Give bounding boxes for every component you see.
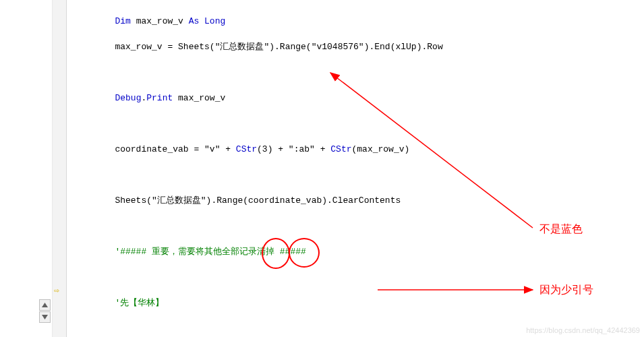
code-text: max_row_v = Sheets("汇总数据盘").Range("v1048… [73, 42, 443, 52]
keyword-print: Print [146, 93, 173, 103]
code-text: (3) + ":ab" + [257, 144, 330, 154]
scroll-down-button[interactable] [39, 311, 51, 323]
code-text: max_row_v [173, 93, 225, 103]
code-text [73, 16, 115, 26]
scroll-up-button[interactable] [39, 299, 51, 311]
project-explorer-edge [0, 0, 53, 337]
svg-marker-0 [42, 303, 48, 307]
code-text [73, 93, 115, 103]
blank-line [73, 322, 626, 335]
blank-line [73, 168, 626, 181]
comment: '##### 重要，需要将其他全部记录清掉 ##### [73, 247, 306, 257]
blank-line [73, 271, 626, 284]
keyword-debug: Debug [115, 93, 141, 103]
code-text: (max_row_v) [352, 144, 410, 154]
blank-line [73, 66, 626, 79]
code-text: coordinate_vab = "v" + [73, 144, 236, 154]
code-text: Sheets("汇总数据盘").Range(coordinate_vab).Cl… [73, 195, 401, 206]
comment: '先【华林】 [73, 298, 164, 308]
editor-frame: ⇨ Dim max_row_v As Long max_row_v = Shee… [0, 0, 644, 337]
svg-marker-1 [42, 315, 48, 319]
func-cstr: CStr [236, 144, 257, 154]
keyword-dim: Dim [115, 16, 130, 26]
execution-pointer-icon: ⇨ [54, 286, 59, 295]
blank-line [73, 220, 626, 233]
code-text: max_row_v [131, 16, 189, 26]
code-area[interactable]: Dim max_row_v As Long max_row_v = Sheets… [73, 0, 626, 337]
func-cstr: CStr [330, 144, 351, 154]
keyword-as-long: As Long [189, 16, 226, 26]
blank-line [73, 117, 626, 130]
